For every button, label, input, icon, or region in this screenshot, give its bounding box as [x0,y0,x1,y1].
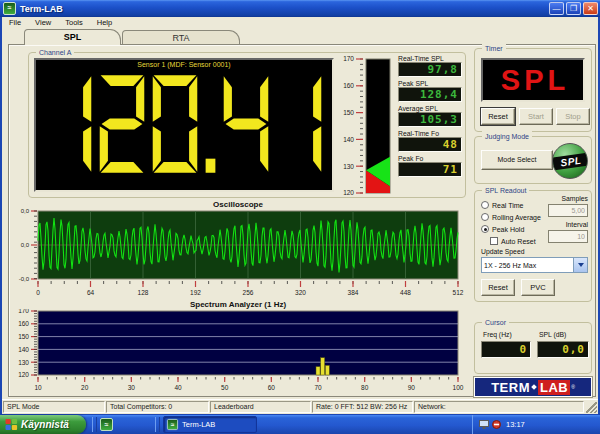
spl-logo-text: SPL [560,155,582,169]
task-button-termlab[interactable]: ≈ Term-LAB [163,416,257,433]
readout-label: Average SPL [398,105,462,112]
screen: ≈ Term-LAB — ❐ ✕ File View Tools Help RT… [0,0,600,434]
radio-label: Peak Hold [492,226,524,233]
timer-start-button[interactable]: Start [519,108,553,125]
cursor-freq-value: 0 [481,341,531,358]
radio-icon [481,213,489,221]
logo-lab-text: LAB [538,380,570,395]
spl-logo-icon: SPL [552,143,588,179]
menu-bar: File View Tools Help [2,17,598,29]
checkbox-auto-reset[interactable]: Auto Reset [490,236,536,246]
readout-peak-spl: Peak SPL 128,4 [398,80,462,102]
lcd-value: 97,8 [398,62,462,77]
status-cell-rate: Rate: 0 FFT: 512 BW: 256 Hz [312,401,413,413]
cursor-label: Cursor [482,317,509,328]
minimize-icon[interactable]: — [549,2,564,15]
svg-text:448: 448 [400,289,411,296]
quick-launch-termlab-icon[interactable]: ≈ [100,418,113,431]
readout-reset-button[interactable]: Reset [481,279,515,296]
title-bar: ≈ Term-LAB — ❐ ✕ [0,0,600,17]
menu-item-tools[interactable]: Tools [58,17,90,29]
interval-input[interactable] [548,230,588,243]
svg-text:320: 320 [295,289,306,296]
checkbox-label: Auto Reset [501,238,536,245]
radio-icon [481,225,489,233]
svg-text:192: 192 [190,289,201,296]
svg-text:70: 70 [314,384,322,391]
svg-text:170: 170 [18,309,29,314]
svg-text:170: 170 [343,56,354,62]
svg-text:90: 90 [408,384,416,391]
lcd-value: 71 [398,162,462,177]
status-tray-icon[interactable] [492,420,501,429]
termlab-task-icon: ≈ [167,419,178,430]
tab-rta[interactable]: RTA [122,30,240,45]
samples-input[interactable] [548,204,588,217]
readout-label: Peak SPL [398,80,462,87]
display-tray-icon[interactable] [479,420,489,429]
update-speed-select[interactable]: 1X - 256 Hz Max [481,257,588,273]
svg-text:130: 130 [18,359,29,366]
spl-meter: 120130140150160170 [336,56,394,196]
readout-average-spl: Average SPL 105,3 [398,105,462,127]
taskbar: Käynnistä ≈ ≈ Term-LAB 13:17 [0,415,600,434]
taskbar-handle[interactable] [92,417,97,432]
svg-text:140: 140 [343,136,354,143]
oscilloscope-plot[interactable]: 0641281922563203844485120,00,0-0,0 [12,209,468,299]
status-cell-competitors: Total Competitors: 0 [106,401,209,413]
registered-mark: ® [571,384,575,390]
logo-term-text: TERM [491,380,530,395]
cursor-spl-value: 0,0 [537,341,589,358]
resize-grip[interactable] [586,402,597,413]
svg-text:80: 80 [361,384,369,391]
readout-label: Real-Time Fo [398,130,462,137]
app-icon: ≈ [3,2,16,15]
svg-text:160: 160 [18,320,29,327]
diamond-icon [531,384,537,390]
svg-text:0,0: 0,0 [21,209,30,214]
close-icon[interactable]: ✕ [583,2,598,15]
svg-text:10: 10 [34,384,42,391]
svg-text:0,0: 0,0 [21,242,30,248]
status-cell-mode: SPL Mode [3,401,105,413]
judging-mode-label: Judging Mode [482,131,532,142]
radio-real-time[interactable]: Real Time [481,200,524,210]
radio-rolling-average[interactable]: Rolling Average [481,212,541,222]
svg-text:150: 150 [18,333,29,340]
readout-column: Real-Time SPL 97,8 Peak SPL 128,4 Averag… [398,55,462,180]
window-title: Term-LAB [20,4,63,14]
timer-reset-button[interactable]: Reset [481,108,515,125]
svg-text:160: 160 [343,82,354,89]
svg-text:30: 30 [128,384,136,391]
status-bar: SPL Mode Total Competitors: 0 Leaderboar… [2,399,598,414]
spl-readout-label: SPL Readout [482,185,529,196]
start-button[interactable]: Käynnistä [0,415,86,434]
svg-text:256: 256 [243,289,254,296]
timer-display: SPL [481,58,585,102]
cursor-freq-label: Freq (Hz) [483,331,512,338]
update-speed-value: 1X - 256 Hz Max [482,262,573,269]
spectrum-plot[interactable]: 120130140150160170102030405060708090100 [12,309,468,393]
channel-a-label: Channel A [36,47,74,58]
radio-peak-hold[interactable]: Peak Hold [481,224,524,234]
radio-label: Rolling Average [492,214,541,221]
maximize-icon[interactable]: ❐ [566,2,581,15]
tab-spl[interactable]: SPL [24,29,121,45]
termlab-logo: TERM LAB ® [474,377,592,397]
timer-stop-button[interactable]: Stop [556,108,590,125]
menu-item-view[interactable]: View [28,17,58,29]
pvc-button[interactable]: PVC [521,279,555,296]
menu-item-help[interactable]: Help [90,17,119,29]
taskbar-handle[interactable] [155,417,160,432]
status-cell-leaderboard: Leaderboard [210,401,311,413]
readout-real-time-fo: Real-Time Fo 48 [398,130,462,152]
menu-item-file[interactable]: File [2,17,28,29]
mode-select-button[interactable]: Mode Select [481,150,553,170]
chevron-down-icon[interactable] [573,258,587,272]
samples-label: Samples [546,195,588,202]
seven-segment-display: Sensor 1 (MDF: Sensor 0001) [34,58,334,192]
radio-label: Real Time [492,202,524,209]
timer-label: Timer [482,43,506,54]
cursor-spl-label: SPL (dB) [539,331,566,338]
oscilloscope-title: Oscilloscope [12,200,464,209]
